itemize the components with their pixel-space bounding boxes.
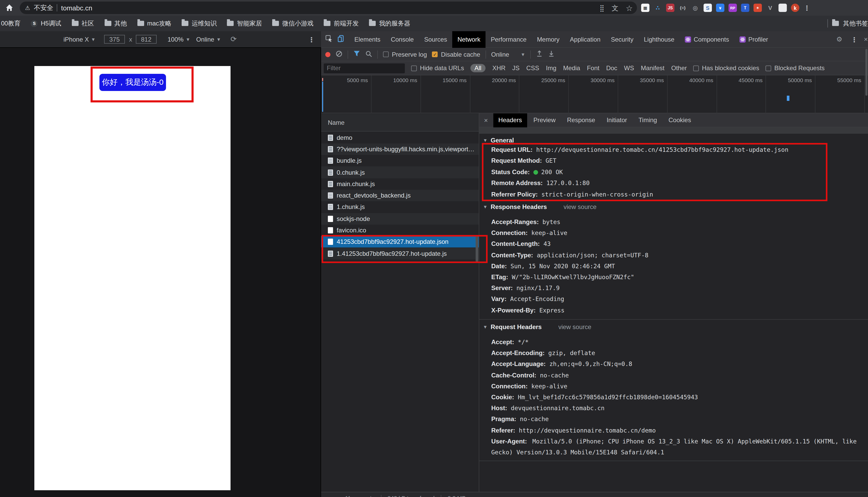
viewport-height-input[interactable]: 812: [136, 35, 157, 44]
filter-type-all[interactable]: All: [470, 64, 485, 72]
apps-grid-icon[interactable]: ⣿: [600, 4, 604, 11]
filter-type-js[interactable]: JS: [512, 65, 520, 72]
close-icon[interactable]: ×: [864, 36, 868, 43]
bookmark-folder[interactable]: 微信小游戏: [272, 19, 314, 28]
bookmark-folder[interactable]: 前端开发: [324, 19, 359, 28]
settings-gear-icon[interactable]: ⚙: [836, 36, 842, 43]
tab-components[interactable]: Components: [680, 31, 734, 47]
rp-icon[interactable]: RP: [729, 4, 737, 12]
filter-input[interactable]: [324, 63, 405, 73]
request-row[interactable]: ??viewport-units-buggyfill.hacks.min.js,…: [321, 143, 479, 155]
throttling-select[interactable]: Online ▼: [491, 51, 525, 58]
k-profile-icon[interactable]: k: [791, 4, 799, 12]
blocked-requests-checkbox[interactable]: [766, 65, 771, 71]
export-har-icon[interactable]: [548, 50, 555, 58]
atom-icon[interactable]: ✶: [754, 4, 762, 12]
stylus-icon[interactable]: S: [704, 4, 712, 12]
device-toolbar-toggle-icon[interactable]: [336, 34, 349, 44]
tab-headers[interactable]: Headers: [493, 113, 527, 127]
filter-type-img[interactable]: Img: [546, 65, 556, 72]
puzzle-icon[interactable]: [779, 4, 787, 12]
hide-data-urls-checkbox[interactable]: [411, 65, 417, 71]
disable-cache-toggle[interactable]: ✓ Disable cache: [432, 51, 480, 58]
browser-menu-icon[interactable]: ⋮: [803, 4, 810, 12]
tab-sources[interactable]: Sources: [419, 31, 452, 47]
filter-type-other[interactable]: Other: [671, 65, 687, 72]
inspect-icon[interactable]: [321, 34, 336, 44]
clear-icon[interactable]: [336, 50, 342, 58]
preserve-log-toggle[interactable]: Preserve log: [383, 51, 427, 58]
throttle-select[interactable]: Online▼: [196, 31, 221, 48]
tab-timing[interactable]: Timing: [633, 113, 662, 127]
bookmark-folder[interactable]: 智能家居: [227, 19, 262, 28]
response-headers-section-header[interactable]: ▼ Response Headers view source: [483, 203, 597, 211]
tab-cookies[interactable]: Cookies: [663, 113, 696, 127]
request-row[interactable]: favicon.ico: [321, 225, 479, 236]
filter-type-ws[interactable]: WS: [624, 65, 634, 72]
omnibox[interactable]: ⚠ 不安全 tomabc.cn ⣿ 文 ☆: [20, 2, 637, 14]
vue-icon[interactable]: V: [766, 4, 774, 12]
request-row[interactable]: main.chunk.js: [321, 178, 479, 190]
device-viewport[interactable]: [35, 66, 231, 490]
tab-application[interactable]: Application: [565, 31, 605, 47]
tiktok-ads-icon[interactable]: T: [741, 4, 749, 12]
other-bookmarks[interactable]: 其他书签: [823, 16, 868, 31]
request-row[interactable]: 0.chunk.js: [321, 167, 479, 178]
request-row[interactable]: bundle.js: [321, 155, 479, 167]
filter-type-css[interactable]: CSS: [526, 65, 539, 72]
record-icon[interactable]: [325, 52, 330, 57]
url-text[interactable]: tomabc.cn: [61, 4, 92, 12]
close-detail-icon[interactable]: ×: [479, 116, 492, 124]
code-braces-icon[interactable]: {≡}: [678, 4, 687, 12]
bookmark-item[interactable]: SH5调试: [31, 19, 61, 28]
filter-type-media[interactable]: Media: [563, 65, 580, 72]
tab-elements[interactable]: Elements: [349, 31, 386, 47]
tab-network[interactable]: Network: [452, 31, 485, 47]
has-blocked-cookies-checkbox[interactable]: [693, 65, 699, 71]
viewport-width-input[interactable]: 375: [104, 35, 125, 44]
bookmark-item[interactable]: 00教育: [1, 19, 20, 28]
bookmark-folder[interactable]: 其他: [104, 19, 127, 28]
request-row[interactable]: sockjs-node: [321, 213, 479, 225]
bookmark-folder[interactable]: 我的服务器: [369, 19, 410, 28]
devtools-scrollbar[interactable]: [865, 49, 867, 96]
filter-type-xhr[interactable]: XHR: [492, 65, 506, 72]
has-blocked-cookies-toggle[interactable]: Has blocked cookies: [693, 65, 759, 72]
tab-response[interactable]: Response: [562, 113, 600, 127]
request-list-header[interactable]: Name: [321, 114, 479, 131]
hide-data-urls-toggle[interactable]: Hide data URLs: [411, 65, 464, 72]
rotate-icon[interactable]: ⟳: [231, 35, 236, 43]
import-har-icon[interactable]: [536, 50, 543, 58]
javascript-icon[interactable]: JS: [666, 4, 674, 12]
zoom-select[interactable]: 100%▼: [168, 31, 190, 48]
bookmark-star-icon[interactable]: ☆: [626, 4, 633, 12]
security-warning-icon[interactable]: ⚠: [25, 4, 30, 11]
request-row[interactable]: 1.chunk.js: [321, 201, 479, 213]
qr-code-icon[interactable]: ▦: [641, 4, 649, 12]
filter-funnel-icon[interactable]: [353, 51, 360, 58]
device-toolbar-menu-icon[interactable]: ⋮: [308, 36, 315, 44]
tab-initiator[interactable]: Initiator: [601, 113, 632, 127]
tab-console[interactable]: Console: [386, 31, 419, 47]
network-overview[interactable]: 5000 ms 10000 ms 15000 ms 20000 ms 25000…: [321, 75, 868, 113]
tab-memory[interactable]: Memory: [532, 31, 565, 47]
filter-type-doc[interactable]: Doc: [606, 65, 617, 72]
bookmark-folder[interactable]: mac攻略: [137, 19, 171, 28]
filter-type-manifest[interactable]: Manifest: [641, 65, 664, 72]
request-headers-section-header[interactable]: ▼ Request Headers view source: [483, 323, 591, 331]
tab-performance[interactable]: Performance: [485, 31, 532, 47]
disable-cache-checkbox[interactable]: ✓: [432, 52, 438, 57]
tab-profiler[interactable]: Profiler: [734, 31, 773, 47]
request-row[interactable]: demo: [321, 132, 479, 143]
bookmark-folder[interactable]: 社区: [71, 19, 94, 28]
device-select[interactable]: iPhone X▼: [64, 31, 96, 48]
contacts-icon[interactable]: ∴: [653, 4, 662, 12]
request-row[interactable]: react_devtools_backend.js: [321, 190, 479, 201]
home-icon[interactable]: [5, 4, 14, 14]
tab-lighthouse[interactable]: Lighthouse: [638, 31, 679, 47]
devtools-menu-icon[interactable]: ⋮: [851, 36, 858, 44]
bookmark-folder[interactable]: 运维知识: [182, 19, 217, 28]
view-source-link[interactable]: view source: [564, 203, 597, 211]
blocked-requests-toggle[interactable]: Blocked Requests: [766, 65, 825, 72]
view-source-link[interactable]: view source: [559, 323, 591, 331]
